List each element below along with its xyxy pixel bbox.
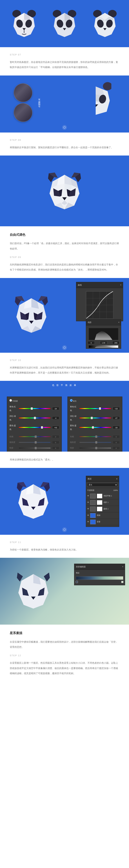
slider-track[interactable] bbox=[19, 427, 51, 428]
panel-title: 图层 bbox=[88, 477, 92, 481]
levels-white[interactable]: 255 bbox=[112, 341, 119, 344]
levels-black[interactable]: 0 bbox=[88, 341, 95, 344]
slider-label: 黄色-蓝色 bbox=[9, 424, 17, 431]
tone-option[interactable]: 中间调 bbox=[9, 399, 18, 403]
levels-histogram[interactable] bbox=[89, 328, 118, 340]
slider-track[interactable] bbox=[19, 417, 51, 418]
slider-value[interactable]: -27 bbox=[113, 416, 120, 420]
svg-line-16 bbox=[86, 291, 113, 318]
color-balance-panel-midtones[interactable]: 中间调 青色-红色-24 洋红-绿色-4 黄色-蓝色+42 色相0 饱和度0 明… bbox=[7, 397, 62, 452]
figure-blend-mode: 图层≡ 柔光 不透明度:100% 👁色彩平衡 1 👁色阶 1 👁曲线 1 👁熊猫… bbox=[0, 468, 129, 535]
panel-title: 色阶 bbox=[88, 320, 92, 324]
step-label: STEP 11 bbox=[10, 540, 119, 545]
visibility-icon[interactable]: 👁 bbox=[87, 514, 89, 517]
slider-label: 洋红-绿色 bbox=[9, 414, 17, 422]
gradient-stop[interactable] bbox=[121, 581, 123, 583]
step-label: STEP 12 bbox=[10, 653, 119, 658]
layer-item[interactable]: 👁熊猫 bbox=[86, 513, 119, 519]
step10-text: STEP 10 对调整图层的方法进行对应，比如我们这些运用纯黑平面的调整图层所做… bbox=[0, 353, 129, 381]
section-title: 自由式调色 bbox=[10, 232, 119, 238]
section-title: 星系素描 bbox=[10, 630, 119, 636]
step-label: STEP 09 bbox=[10, 255, 119, 259]
visibility-icon[interactable]: 👁 bbox=[87, 501, 89, 504]
slider-value[interactable]: -19 bbox=[113, 426, 120, 429]
opacity-value[interactable]: 100% bbox=[113, 489, 118, 492]
ps-levels-panel[interactable]: 色阶× 0 1.00 255 bbox=[86, 319, 121, 349]
step10-text-2: 再将这调整图层的混合模式定为「柔光」。 bbox=[0, 452, 129, 468]
svg-point-17 bbox=[63, 347, 66, 348]
levels-output-ramp[interactable] bbox=[89, 345, 118, 348]
tone-option[interactable]: 高光 bbox=[70, 399, 77, 403]
figure-step08: 耳 廓 细 节 bbox=[0, 75, 129, 132]
slider-track[interactable] bbox=[79, 408, 111, 409]
slider-label: 青色-红色 bbox=[70, 405, 78, 412]
ear-detail-callout bbox=[14, 83, 32, 122]
detail-label: 耳 廓 细 节 bbox=[37, 97, 41, 104]
figure-caption: 色 彩 平 衡 效 果 bbox=[0, 381, 129, 390]
panda-half-face bbox=[96, 82, 111, 117]
menu-icon[interactable]: ≡ bbox=[116, 477, 118, 481]
step-marker-icon bbox=[62, 345, 67, 350]
svg-point-15 bbox=[63, 126, 66, 128]
layer-item[interactable]: 👁色彩平衡 1 bbox=[86, 493, 119, 499]
slider-value[interactable]: +23 bbox=[113, 407, 120, 410]
close-icon[interactable]: × bbox=[120, 283, 121, 287]
panda-complete bbox=[45, 170, 84, 212]
body-text: 在背景图层上新增一个图层。然后用圆形工具在黑色背景上绘制大小口径、不同色差的白色… bbox=[10, 660, 119, 676]
color-balance-panel-highlights[interactable]: 高光 青色-红色+23 洋红-绿色-27 黄色-蓝色-19 色相0 饱和度0 明… bbox=[68, 397, 122, 452]
blend-mode-select[interactable]: 柔光 bbox=[87, 483, 118, 487]
levels-gray[interactable]: 1.00 bbox=[100, 341, 107, 344]
gradient-preview[interactable] bbox=[76, 576, 123, 580]
slider-label: 洋红-绿色 bbox=[70, 414, 78, 422]
step11-text: STEP 11 为得仗一个新图层。使变色换为浅略，保留色从这里加入光入味。 bbox=[0, 535, 129, 558]
slider-track[interactable] bbox=[79, 417, 111, 418]
slider-value[interactable]: -24 bbox=[52, 407, 59, 410]
step-label: STEP 10 bbox=[10, 358, 119, 362]
slider-label: 黄色-蓝色 bbox=[70, 424, 78, 431]
body-text: 为得仗一个新图层。使变色换为浅略，保留色从这里加入光入味。 bbox=[10, 547, 119, 552]
step-marker-icon bbox=[62, 527, 67, 532]
body-text: 再将这调整图层的混合模式定为「柔光」。 bbox=[10, 457, 119, 462]
layer-item[interactable]: 👁色阶 1 bbox=[86, 499, 119, 506]
slider-value[interactable]: -4 bbox=[52, 416, 59, 420]
layer-item[interactable]: 👁背景 bbox=[86, 519, 119, 525]
body-text: 先利用曲线调整图层对色彩进行，我们这里的目的是想让颜色的明暗对比稍象加强不再分案… bbox=[10, 262, 119, 273]
figure-gradient-bg: 渐变编辑器× 预设 bbox=[0, 558, 129, 625]
body-text: 对调整图层的方法进行对应，比如我们这些运用纯黑平面的调整图层所做的操作，不能分享… bbox=[10, 365, 119, 375]
body-text: 我们曾经说，PS像一个处理「色」的最全能的工具，因此，如果这时对填色不想满意，就… bbox=[10, 241, 119, 251]
visibility-icon[interactable]: 👁 bbox=[87, 494, 89, 498]
slider-track[interactable] bbox=[79, 427, 111, 428]
figure-curves-levels: 曲线× 色阶× 0 1.00 255 bbox=[0, 278, 129, 353]
layer-item[interactable]: 👁曲线 1 bbox=[86, 506, 119, 513]
panda-adjusted bbox=[12, 294, 51, 335]
visibility-icon[interactable]: 👁 bbox=[87, 520, 89, 524]
body-text: 将熊猫的左半脸进行复制、复制后的图层进行水平翻转后，拼合在一起就是一个完面的全宿… bbox=[10, 145, 119, 150]
panel-title: 渐变编辑器 bbox=[76, 565, 86, 568]
svg-point-18 bbox=[63, 529, 66, 531]
slider-value[interactable]: +42 bbox=[52, 426, 59, 429]
close-icon[interactable]: × bbox=[122, 565, 123, 568]
figure-color-balance: 色 彩 平 衡 效 果 中间调 青色-红色-24 洋红-绿色-4 黄色-蓝色+4… bbox=[0, 381, 129, 452]
body-text: 在背后属空中拥有巨幅素描，我们需要使比如喧部的设计，这部分面继续解释图连我们后面… bbox=[10, 639, 119, 650]
slider-track[interactable] bbox=[19, 408, 51, 409]
svg-point-13 bbox=[103, 82, 111, 90]
step-label: STEP 08 bbox=[10, 138, 119, 142]
body-text: 暂时关闭线条图层，你会發现这些晶体之间有很不完美的拼接缝隙，弥补的诀窍就是采用填… bbox=[10, 60, 119, 70]
visibility-icon[interactable]: 👁 bbox=[87, 507, 89, 510]
gradient-stop[interactable] bbox=[76, 581, 78, 583]
curves-grid[interactable] bbox=[86, 291, 113, 319]
step-marker-icon bbox=[62, 125, 67, 130]
panda-variant-3 bbox=[91, 9, 119, 38]
step-label: STEP 07 bbox=[10, 53, 119, 57]
panda-soft-light bbox=[14, 480, 53, 521]
step08-text: STEP 08 将熊猫的左半脸进行复制、复制后的图层进行水平翻转后，拼合在一起就… bbox=[0, 132, 129, 156]
section-stars-text: 星系素描 在背后属空中拥有巨幅素描，我们需要使比如喧部的设计，这部分面继续解释图… bbox=[0, 625, 129, 681]
ps-curves-panel[interactable]: 曲线× bbox=[76, 282, 123, 321]
ps-layers-panel[interactable]: 图层≡ 柔光 不透明度:100% 👁色彩平衡 1 👁色阶 1 👁曲线 1 👁熊猫… bbox=[86, 476, 119, 527]
slider-label: 青色-红色 bbox=[9, 405, 17, 412]
ps-gradient-editor[interactable]: 渐变编辑器× 预设 bbox=[74, 564, 125, 585]
panel-title: 曲线 bbox=[78, 283, 82, 287]
step09-text: 自由式调色 我们曾经说，PS像一个处理「色」的最全能的工具，因此，如果这时对填色… bbox=[0, 226, 129, 278]
figure-step07 bbox=[0, 0, 129, 47]
close-icon[interactable]: × bbox=[118, 320, 119, 324]
